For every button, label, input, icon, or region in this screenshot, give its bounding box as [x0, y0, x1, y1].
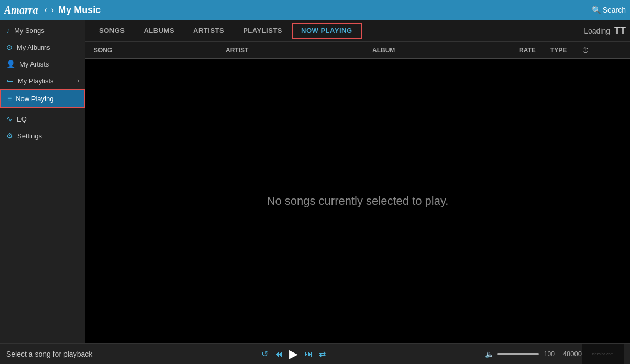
forward-button[interactable]: › — [49, 5, 56, 15]
tab-playlists[interactable]: PLAYLISTS — [234, 23, 292, 39]
sidebar-item-my-songs[interactable]: ♪ My Songs — [0, 22, 85, 39]
volume-fill — [497, 353, 539, 355]
sidebar-label-my-artists: My Artists — [19, 60, 49, 68]
repeat-button[interactable]: ↺ — [261, 349, 268, 359]
next-button[interactable]: ⏭ — [304, 349, 313, 359]
empty-state: No songs currently selected to play. — [85, 59, 630, 343]
column-headers: SONG ARTIST ALBUM RATE TYPE ⏱ — [85, 42, 630, 59]
sidebar-divider — [0, 109, 85, 109]
sidebar-label-my-playlists: My Playlists — [18, 77, 54, 85]
sidebar-item-eq[interactable]: ∿ EQ — [0, 111, 85, 127]
now-playing-icon: ≡ — [7, 94, 12, 103]
volume-icon: 🔈 — [485, 350, 494, 358]
sidebar: ♪ My Songs ⊙ My Albums 👤 My Artists ≔ My… — [0, 20, 85, 343]
prev-button[interactable]: ⏮ — [274, 349, 283, 359]
sidebar-item-now-playing[interactable]: ≡ Now Playing — [0, 89, 85, 108]
sidebar-item-my-playlists[interactable]: ≔ My Playlists › — [0, 72, 85, 89]
bottom-bar: Select a song for playback ↺ ⏮ ▶ ⏭ ⇄ 🔈 1… — [0, 343, 630, 364]
sidebar-label-eq: EQ — [17, 115, 27, 123]
sidebar-item-my-albums[interactable]: ⊙ My Albums — [0, 39, 85, 56]
loading-indicator: Loading TT — [584, 25, 626, 36]
shuffle-button[interactable]: ⇄ — [319, 349, 326, 359]
volume-value: 100 — [544, 350, 555, 358]
play-button[interactable]: ▶ — [289, 347, 298, 361]
search-button[interactable]: 🔍 Search — [592, 6, 626, 14]
content-area: SONGS ALBUMS ARTISTS PLAYLISTS NOW PLAYI… — [85, 20, 630, 343]
playback-status: Select a song for playback — [6, 350, 111, 358]
sidebar-label-my-albums: My Albums — [17, 43, 50, 51]
watermark: xiazaiba.com — [582, 344, 624, 365]
tab-songs[interactable]: SONGS — [90, 23, 134, 39]
tab-albums[interactable]: ALBUMS — [134, 23, 184, 39]
playlist-icon: ≔ — [6, 76, 14, 85]
app-header: Amarra ‹ › My Music 🔍 Search — [0, 0, 630, 20]
chevron-right-icon: › — [77, 77, 79, 84]
app-logo: Amarra — [4, 4, 38, 16]
sidebar-label-my-songs: My Songs — [14, 27, 45, 35]
person-icon: 👤 — [6, 60, 15, 68]
col-header-type: TYPE — [550, 47, 582, 54]
search-icon: 🔍 — [592, 6, 601, 14]
main-layout: ♪ My Songs ⊙ My Albums 👤 My Artists ≔ My… — [0, 20, 630, 343]
empty-message: No songs currently selected to play. — [267, 194, 449, 208]
sidebar-label-settings: Settings — [17, 132, 42, 140]
font-size-icon: TT — [614, 25, 626, 36]
sidebar-label-now-playing: Now Playing — [16, 95, 53, 103]
volume-section: 🔈 100 — [485, 350, 555, 358]
tab-bar: SONGS ALBUMS ARTISTS PLAYLISTS NOW PLAYI… — [85, 20, 630, 42]
volume-slider[interactable] — [497, 353, 539, 355]
col-header-album: ALBUM — [372, 47, 519, 54]
playback-controls: ↺ ⏮ ▶ ⏭ ⇄ — [111, 347, 477, 361]
gear-icon: ⚙ — [6, 131, 13, 140]
loading-label: Loading — [584, 27, 610, 35]
col-header-artist: ARTIST — [226, 47, 372, 54]
search-label: Search — [603, 6, 626, 14]
page-title: My Music — [58, 5, 592, 16]
eq-icon: ∿ — [6, 115, 13, 123]
tab-now-playing[interactable]: NOW PLAYING — [292, 23, 361, 39]
col-header-rate: RATE — [519, 47, 550, 54]
music-note-icon: ♪ — [6, 26, 10, 35]
sidebar-item-settings[interactable]: ⚙ Settings — [0, 127, 85, 144]
disc-icon: ⊙ — [6, 43, 13, 51]
back-button[interactable]: ‹ — [42, 5, 49, 15]
tab-artists[interactable]: ARTISTS — [184, 23, 234, 39]
sample-rate: 48000 — [563, 350, 582, 358]
clock-icon: ⏱ — [582, 46, 589, 54]
col-header-song: SONG — [90, 47, 226, 54]
sidebar-item-my-artists[interactable]: 👤 My Artists — [0, 56, 85, 72]
